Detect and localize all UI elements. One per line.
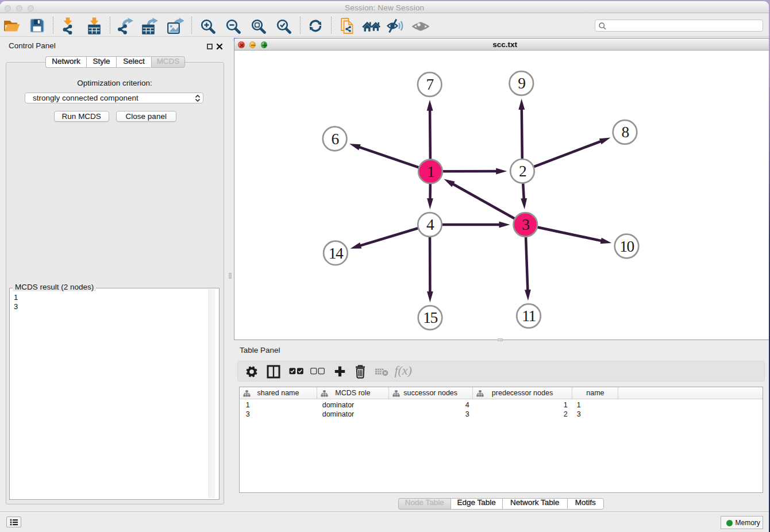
svg-text:9: 9 <box>518 74 525 92</box>
svg-text:2: 2 <box>519 162 526 180</box>
svg-text:3: 3 <box>522 215 529 233</box>
svg-text:7: 7 <box>426 75 434 93</box>
svg-text:4: 4 <box>426 215 434 233</box>
svg-text:15: 15 <box>423 309 437 326</box>
svg-text:8: 8 <box>621 123 629 141</box>
svg-text:10: 10 <box>619 237 634 255</box>
svg-text:11: 11 <box>522 307 536 325</box>
svg-text:1: 1 <box>427 163 434 180</box>
svg-text:6: 6 <box>331 130 338 148</box>
svg-text:14: 14 <box>329 244 344 262</box>
